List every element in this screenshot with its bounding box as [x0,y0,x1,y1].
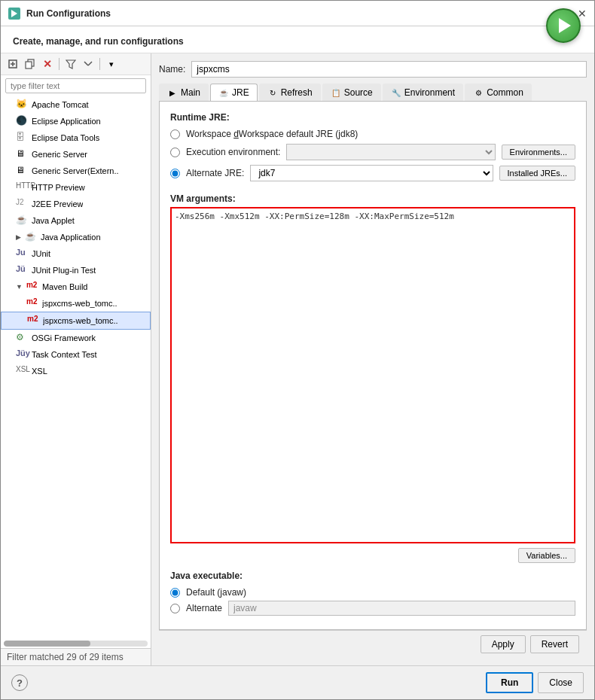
toolbar-sep2 [99,58,100,70]
filter-input[interactable] [5,78,146,93]
tab-jre[interactable]: ☕ JRE [210,84,258,101]
help-button[interactable]: ? [11,674,28,691]
revert-button[interactable]: Revert [530,635,579,653]
toolbar-sep1 [59,58,60,70]
collapse-all-button[interactable] [81,56,96,72]
tab-main[interactable]: ▶ Main [159,84,209,101]
sidebar-item-java-applet[interactable]: ☕ Java Applet [1,212,151,229]
maven-icon: m2 [26,281,38,293]
sidebar-scrollbar-thumb [4,641,90,647]
filter-button[interactable] [63,56,78,72]
default-javaw-radio[interactable] [170,588,180,598]
java-exec-label: Java executable: [170,571,575,581]
java-exec-section: Java executable: Default (javaw) Alterna… [170,571,575,619]
sidebar-item-generic-server[interactable]: 🖥 Generic Server [1,146,151,163]
execution-env-radio[interactable] [170,148,180,157]
sidebar-item-label: Apache Tomcat [32,100,89,109]
maven-child2-icon: m2 [27,315,39,327]
sidebar-item-java-app[interactable]: ▶ ☕ Java Application [1,229,151,245]
workspace-jre-row: Workspace dWorkspace default JRE (jdk8) [170,129,575,139]
xsl-icon: XSL [16,365,28,377]
common-tab-icon: ⚙ [473,87,484,98]
vm-args-label: VM arguments: [170,193,575,204]
alternate-jre-row: Alternate JRE: jdk7 Installed JREs... [170,165,575,181]
alternate-javaw-radio[interactable] [170,604,180,613]
vm-args-textarea[interactable]: -Xms256m -Xmx512m -XX:PermSize=128m -XX:… [170,207,575,543]
default-javaw-row: Default (javaw) [170,587,575,598]
sidebar-item-junit[interactable]: Ju JUnit [1,245,151,262]
sidebar-item-maven-group[interactable]: ▼ m2 Maven Build [1,278,151,295]
alternate-javaw-input[interactable] [228,601,575,616]
sidebar-scrollbar[interactable] [4,641,148,647]
run-circle-button[interactable] [546,8,581,43]
sidebar-item-http[interactable]: HTTP HTTP Preview [1,179,151,196]
tomcat-icon: 🐱 [16,99,28,111]
new-config-button[interactable] [5,56,20,72]
sidebar-footer: Filter matched 29 of 29 items [1,648,151,665]
main-content: ✕ ▾ 🐱 Apache Tomcat [1,53,594,665]
sidebar-item-junit-plugin[interactable]: Jü JUnit Plug-in Test [1,262,151,278]
close-window-button[interactable]: ✕ [578,8,587,20]
variables-button[interactable]: Variables... [518,548,575,563]
dialog-icon [8,8,20,20]
java-applet-icon: ☕ [16,215,28,227]
osgi-icon: ⚙ [16,332,28,344]
execution-env-row: Execution environment: Environments... [170,144,575,160]
sidebar: ✕ ▾ 🐱 Apache Tomcat [1,53,151,665]
alternate-jre-dropdown[interactable]: jdk7 [250,165,493,181]
sidebar-toolbar: ✕ ▾ [1,53,151,75]
menu-button[interactable]: ▾ [104,56,119,72]
sidebar-list: 🐱 Apache Tomcat 🌑 Eclipse Application 🗄 … [1,96,151,639]
execution-env-dropdown[interactable] [286,144,495,160]
installed-jres-button[interactable]: Installed JREs... [499,166,575,181]
name-input[interactable] [191,61,587,78]
environments-button[interactable]: Environments... [502,145,575,160]
sidebar-item-osgi[interactable]: ⚙ OSGi Framework [1,330,151,346]
junit-plugin-icon: Jü [16,264,28,276]
task-icon: Jüy [16,348,28,361]
dialog-subtitle: Create, manage, and run configurations [1,26,594,53]
sidebar-item-maven-2[interactable]: m2 jspxcms-web_tomc.. [1,312,151,330]
dialog-actions: Run Close [486,672,584,693]
dialog-footer: ? Run Close [1,665,594,699]
sidebar-item-generic-server-ext[interactable]: 🖥 Generic Server(Extern.. [1,163,151,179]
source-tab-icon: 📋 [331,87,341,98]
run-triangle-icon [559,18,571,33]
sidebar-item-tomcat[interactable]: 🐱 Apache Tomcat [1,96,151,113]
java-app-icon: ☕ [25,231,37,243]
run-configurations-dialog: Run Configurations ✕ Create, manage, and… [0,0,595,700]
jre-tab-content: Runtime JRE: Workspace dWorkspace defaul… [159,102,587,630]
svg-line-8 [88,62,92,65]
sidebar-item-eclipse-data[interactable]: 🗄 Eclipse Data Tools [1,129,151,146]
alternate-javaw-label: Alternate [186,603,222,613]
tab-common[interactable]: ⚙ Common [465,84,532,101]
tab-source[interactable]: 📋 Source [322,84,381,101]
duplicate-button[interactable] [23,56,38,72]
alternate-jre-radio[interactable] [170,169,180,178]
tab-bar: ▶ Main ☕ JRE ↻ Refresh 📋 Source 🔧 En [159,84,587,102]
workspace-jre-radio[interactable] [170,129,180,139]
svg-marker-6 [66,60,75,68]
sidebar-item-xsl[interactable]: XSL XSL [1,363,151,379]
svg-line-7 [84,62,88,65]
execution-env-label: Execution environment: [186,147,280,157]
run-button[interactable]: Run [486,672,533,693]
panel-footer: Apply Revert [159,630,587,658]
delete-button[interactable]: ✕ [40,56,55,72]
alternate-jre-label: Alternate JRE: [186,168,244,178]
http-icon: HTTP [16,181,28,193]
sidebar-item-j2ee[interactable]: J2 J2EE Preview [1,196,151,212]
generic-server-ext-icon: 🖥 [16,165,28,177]
variables-btn-row: Variables... [170,548,575,563]
sidebar-item-maven-1[interactable]: m2 jspxcms-web_tomc.. [1,295,151,312]
sidebar-item-eclipse-app[interactable]: 🌑 Eclipse Application [1,113,151,129]
tab-refresh[interactable]: ↻ Refresh [259,84,321,101]
data-tools-icon: 🗄 [16,132,28,144]
apply-button[interactable]: Apply [481,635,526,653]
refresh-tab-icon: ↻ [267,87,278,98]
tab-environment[interactable]: 🔧 Environment [383,84,463,101]
sidebar-item-task-context[interactable]: Jüy Task Context Test [1,346,151,363]
close-button[interactable]: Close [538,672,584,693]
runtime-jre-label: Runtime JRE: [170,112,575,123]
generic-server-icon: 🖥 [16,148,28,160]
